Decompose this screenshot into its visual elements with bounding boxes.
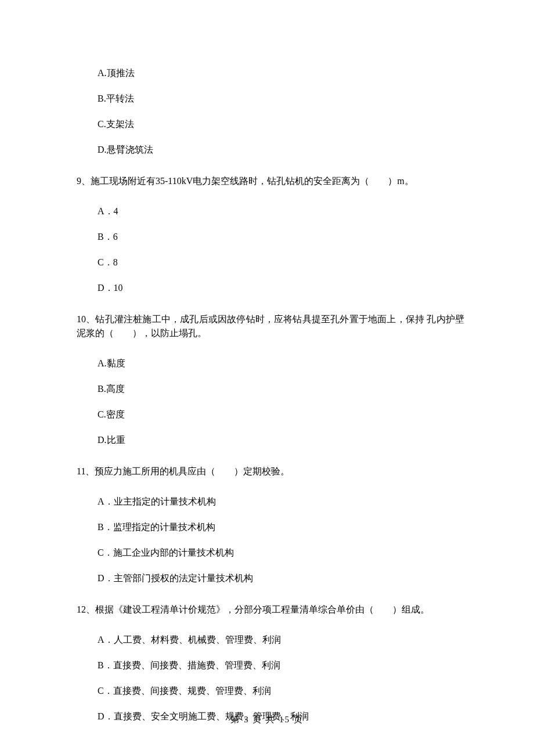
question-10-options: A.黏度 B.高度 C.密度 D.比重 [77,357,464,447]
page: A.顶推法 B.平转法 C.支架法 D.悬臂浇筑法 9、施工现场附近有35-11… [0,0,534,756]
option-b: B．直接费、间接费、措施费、管理费、利润 [98,658,464,672]
question-11-options: A．业主指定的计量技术机构 B．监理指定的计量技术机构 C．施工企业内部的计量技… [77,495,464,585]
option-b: B.平转法 [98,92,464,106]
page-footer: 第 3 页 共 15 页 [0,713,534,726]
question-9-options: A．4 B．6 C．8 D．10 [77,204,464,295]
option-a: A．人工费、材料费、机械费、管理费、利润 [98,633,464,647]
option-a: A.黏度 [98,357,464,370]
option-a: A．业主指定的计量技术机构 [98,495,464,509]
option-c: C.支架法 [98,117,464,131]
question-12-stem: 12、根据《建设工程清单计价规范》，分部分项工程量清单综合单价由（ ）组成。 [77,603,464,617]
question-12-options: A．人工费、材料费、机械费、管理费、利润 B．直接费、间接费、措施费、管理费、利… [77,633,464,723]
option-b: B．监理指定的计量技术机构 [98,520,464,534]
option-c: C.密度 [98,408,464,422]
option-d: D．10 [98,281,464,295]
option-b: B．6 [98,230,464,244]
option-c: C．直接费、间接费、规费、管理费、利润 [98,684,464,698]
option-a: A.顶推法 [98,66,464,80]
question-11-stem: 11、预应力施工所用的机具应由（ ）定期校验。 [77,465,464,478]
question-10-stem: 10、钻孔灌注桩施工中，成孔后或因故停钻时，应将钻具提至孔外置于地面上，保持 孔… [77,312,464,340]
option-a: A．4 [98,204,464,218]
option-d: D．主管部门授权的法定计量技术机构 [98,571,464,585]
option-c: C．施工企业内部的计量技术机构 [98,546,464,560]
option-d: D.比重 [98,433,464,447]
option-b: B.高度 [98,382,464,396]
question-9-stem: 9、施工现场附近有35-110kV电力架空线路时，钻孔钻机的安全距离为（ ）m。 [77,174,464,188]
question-prev-options: A.顶推法 B.平转法 C.支架法 D.悬臂浇筑法 [77,66,464,157]
option-d: D.悬臂浇筑法 [98,143,464,157]
option-c: C．8 [98,255,464,269]
